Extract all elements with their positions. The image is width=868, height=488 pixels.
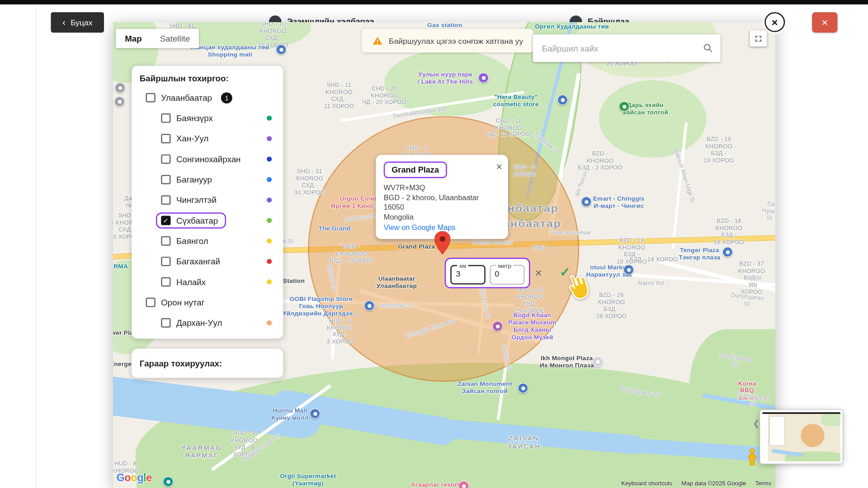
district-label: Дархан-Уул bbox=[176, 318, 222, 328]
map-label: BZD - 18 KHOROO БЗД - 18 ХОРОО bbox=[617, 237, 647, 265]
meter-input[interactable] bbox=[495, 269, 519, 278]
map-label: SHD - 31 KHOROO СХД - 31 ХОРОО bbox=[294, 168, 325, 196]
district-item-11[interactable]: Дархан-Уул bbox=[140, 313, 275, 333]
map-label: SHD - 10 KHOROO СХД - 10 ХОРОО bbox=[258, 22, 288, 48]
checkbox[interactable] bbox=[161, 318, 170, 328]
google-logo[interactable]: Google bbox=[117, 472, 152, 484]
map-label: БЗД - 14 ХОРОО bbox=[630, 255, 678, 262]
preview-thumbnail[interactable] bbox=[760, 410, 843, 464]
color-dot bbox=[267, 197, 272, 202]
info-close-button[interactable]: × bbox=[496, 162, 502, 172]
chevron-left-icon: ‹ bbox=[62, 18, 66, 27]
plus-code: WV7R+M3Q bbox=[384, 183, 500, 192]
district-item-2[interactable]: Хан-Уул bbox=[140, 128, 275, 149]
map-label: Gas station bbox=[427, 22, 462, 29]
warning-text: Байршуулах цэгээ сонгож хатгана уу bbox=[389, 36, 523, 45]
district-label: Багахангай bbox=[176, 257, 220, 266]
page-divider bbox=[36, 5, 36, 488]
modal-close-button[interactable]: × bbox=[764, 12, 785, 32]
map-label: Dunjingarav St bbox=[715, 351, 756, 370]
poi-icon bbox=[722, 247, 733, 257]
country: Mongolia bbox=[384, 212, 500, 222]
district-label: Хан-Уул bbox=[176, 134, 208, 143]
district-item-9[interactable]: Налайх bbox=[140, 272, 275, 292]
search-input[interactable] bbox=[542, 43, 703, 53]
satellite-tab[interactable]: Satellite bbox=[151, 29, 199, 48]
map-marker-pin[interactable] bbox=[434, 231, 450, 254]
map-label: Ikh Mongol Plaza Их Монгол Плаза bbox=[540, 355, 594, 369]
district-item-6[interactable]: ✓Сүхбаатар bbox=[140, 210, 275, 230]
poi-icon bbox=[623, 264, 634, 275]
poi-icon bbox=[115, 82, 126, 93]
color-dot bbox=[267, 136, 272, 141]
district-label: Улаанбаатар bbox=[161, 93, 212, 103]
map-canvas[interactable]: SHD - 41SHD - 10 KHOROO СХД - 10 ХОРООЖа… bbox=[113, 22, 775, 488]
district-item-10[interactable]: Орон нутаг bbox=[140, 292, 275, 313]
map-label: Оргил Худалдааны төв bbox=[535, 23, 609, 30]
search-icon[interactable] bbox=[703, 42, 714, 53]
checkbox[interactable] bbox=[146, 298, 156, 307]
map-label: BZD - 19 KHOROO БЗД - 19 ХОРОО bbox=[703, 136, 734, 164]
fullscreen-button[interactable] bbox=[750, 30, 767, 47]
poi-icon bbox=[518, 383, 528, 393]
thumbnail-panel bbox=[770, 417, 785, 446]
map-label: Station bbox=[283, 277, 305, 285]
map-label: Narnii Rd bbox=[742, 274, 764, 288]
map-label: Narnii Rd bbox=[638, 280, 664, 286]
district-label: Орон нутаг bbox=[161, 298, 204, 307]
map-label: Dunjingarav St bbox=[736, 391, 770, 409]
map-label: BZD - 26 KHOROO БЗД - 26 ХОРОО bbox=[596, 291, 627, 319]
checkbox[interactable] bbox=[161, 175, 170, 184]
district-item-4[interactable]: Багануур bbox=[140, 169, 275, 190]
checkbox[interactable] bbox=[161, 277, 170, 286]
meter-label: метр bbox=[496, 262, 514, 269]
address-line: BGD - 2 khoroo, Ulaanbaatar bbox=[384, 193, 500, 202]
district-label: Чингэлтэй bbox=[176, 195, 217, 205]
pegman-icon[interactable] bbox=[745, 448, 760, 467]
checkbox[interactable] bbox=[161, 155, 170, 164]
meter-field[interactable]: метр bbox=[490, 262, 524, 284]
district-item-5[interactable]: Чингэлтэй bbox=[140, 190, 275, 210]
checkbox[interactable] bbox=[146, 93, 156, 103]
map-label: Orgil Supermarket (Yaarmag) bbox=[280, 472, 336, 487]
view-on-google-maps-link[interactable]: View on Google Maps bbox=[384, 224, 456, 232]
radius-cancel-button[interactable]: × bbox=[531, 266, 546, 280]
radius-input-group: км метр bbox=[445, 258, 530, 288]
map-data-text: Map data ©2025 Google bbox=[681, 480, 746, 487]
district-item-3[interactable]: Сонгинохайрхан bbox=[140, 149, 275, 169]
gallery-collapse-button[interactable]: ❮ bbox=[753, 418, 760, 428]
terms-link[interactable]: Terms bbox=[755, 480, 772, 487]
checkbox[interactable] bbox=[161, 257, 170, 266]
map-label: Агаарлаг resort bbox=[411, 481, 460, 488]
selected-district-highlight: ✓Сүхбаатар bbox=[156, 212, 226, 229]
checkbox[interactable]: ✓ bbox=[161, 216, 170, 225]
checkbox[interactable] bbox=[161, 134, 170, 143]
app-window: ‹ Буцах Эзэмшлийн хэлбэрээ Байршлаа × bbox=[0, 0, 868, 488]
district-label: Баянгол bbox=[176, 236, 208, 246]
back-button[interactable]: ‹ Буцах bbox=[51, 12, 104, 33]
km-field[interactable]: км bbox=[450, 262, 485, 284]
district-item-1[interactable]: Баянзүрх bbox=[140, 108, 275, 128]
map-label: Dunjingarav St bbox=[620, 385, 661, 399]
manual-settings-panel[interactable]: Гараар тохируулах: bbox=[132, 348, 283, 378]
postcode: 16050 bbox=[384, 202, 500, 212]
district-item-0[interactable]: Улаанбаатар1 bbox=[140, 87, 275, 108]
district-item-8[interactable]: Багахангай bbox=[140, 251, 275, 272]
district-list: Улаанбаатар1БаянзүрхХан-УулСонгинохайрха… bbox=[140, 87, 275, 333]
map-tab[interactable]: Map bbox=[116, 29, 151, 48]
map-label: Уулын нуур парк / Lake At The Hills bbox=[418, 71, 473, 85]
warning-icon bbox=[372, 35, 383, 46]
poi-icon bbox=[114, 96, 125, 107]
back-label: Буцах bbox=[71, 18, 92, 27]
checkbox[interactable] bbox=[161, 113, 170, 123]
km-input[interactable] bbox=[456, 269, 480, 278]
keyboard-shortcuts-link[interactable]: Keyboard shortcuts bbox=[621, 480, 672, 487]
map-label: Tsagdaa St bbox=[533, 131, 561, 155]
district-label: Баянзүрх bbox=[176, 113, 213, 123]
checkbox[interactable] bbox=[161, 195, 170, 205]
checkbox[interactable] bbox=[161, 236, 170, 246]
map-label: Baruun Altan-Ulgii St bbox=[673, 148, 697, 204]
map-label: Zaisan Monument Зайсан толгой bbox=[458, 380, 512, 395]
district-item-7[interactable]: Баянгол bbox=[140, 231, 275, 251]
red-close-button[interactable]: × bbox=[812, 12, 837, 33]
